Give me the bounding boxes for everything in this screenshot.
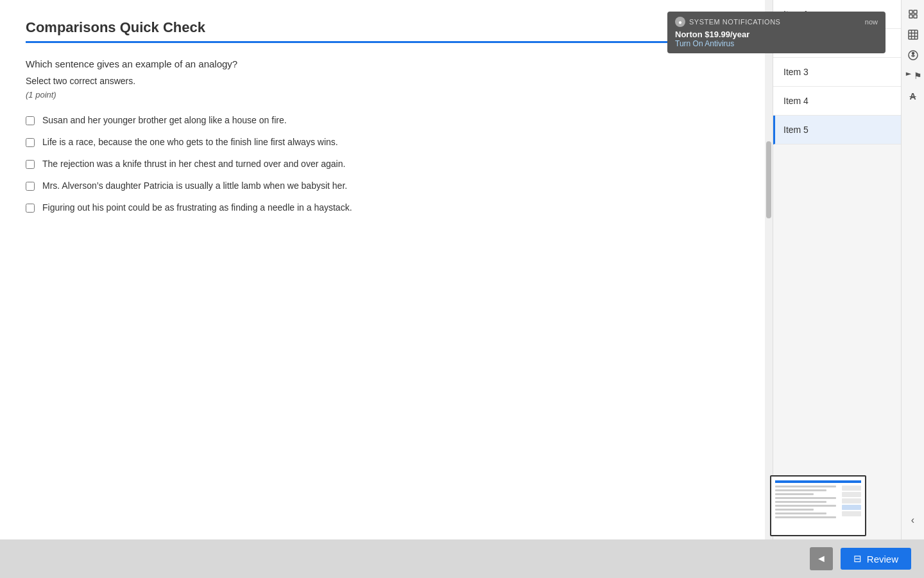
select-instruction: Select two correct answers. xyxy=(26,76,739,86)
bottom-bar: ◄ ⊟ Review xyxy=(0,539,924,578)
answer-option-3: The rejection was a knife thrust in her … xyxy=(26,159,739,169)
side-toolbar: ⚑ A ‹ xyxy=(901,0,924,539)
svg-rect-0 xyxy=(909,10,912,13)
main-content: Comparisons Quick Check Which sentence g… xyxy=(0,0,924,539)
checkbox-4[interactable] xyxy=(26,182,35,191)
item-row-3[interactable]: Item 3 xyxy=(773,58,901,87)
answer-option-4: Mrs. Alverson’s daughter Patricia is usu… xyxy=(26,180,739,191)
notification-icon: ● xyxy=(675,17,685,27)
answer-option-2: Life is a race, because the one who gets… xyxy=(26,137,739,147)
answer-label-4[interactable]: Mrs. Alverson’s daughter Patricia is usu… xyxy=(42,180,347,191)
flag-icon[interactable]: ⚑ xyxy=(904,67,922,85)
scroll-thumb[interactable] xyxy=(766,141,771,218)
answer-option-1: Susan and her younger brother get along … xyxy=(26,115,739,125)
review-button[interactable]: ⊟ Review xyxy=(841,548,911,570)
scroll-divider xyxy=(765,0,773,539)
checkbox-5[interactable] xyxy=(26,204,35,213)
collapse-panel-icon[interactable]: ‹ xyxy=(904,511,922,529)
quiz-area: Comparisons Quick Check Which sentence g… xyxy=(0,0,765,539)
svg-point-10 xyxy=(912,53,914,55)
quiz-title-underline xyxy=(26,41,739,43)
item-list: Item 1 Item 2 Item 3 Item 4 Item 5 xyxy=(773,0,901,539)
question-text: Which sentence gives an example of an an… xyxy=(26,58,739,69)
notification-bar: ● SYSTEM NOTIFICATIONS now Norton $19.99… xyxy=(667,12,886,53)
answer-label-3[interactable]: The rejection was a knife thrust in her … xyxy=(42,159,345,169)
answer-label-5[interactable]: Figuring out his point could be as frust… xyxy=(42,202,352,213)
item-panel: Item 1 Item 2 Item 3 Item 4 Item 5 xyxy=(773,0,901,539)
grid-icon[interactable] xyxy=(904,26,922,44)
review-icon: ⊟ xyxy=(853,553,862,565)
notification-action[interactable]: Turn On Antivirus xyxy=(675,39,878,48)
answer-label-2[interactable]: Life is a race, because the one who gets… xyxy=(42,137,338,147)
answer-option-5: Figuring out his point could be as frust… xyxy=(26,202,739,213)
checkbox-2[interactable] xyxy=(26,138,35,147)
notification-product: Norton $19.99/year xyxy=(675,30,878,39)
svg-rect-3 xyxy=(914,15,917,18)
svg-rect-1 xyxy=(914,10,917,13)
answer-label-1[interactable]: Susan and her younger brother get along … xyxy=(42,115,287,125)
svg-rect-2 xyxy=(909,15,912,18)
quiz-title: Comparisons Quick Check xyxy=(26,19,739,36)
expand-icon[interactable] xyxy=(904,5,922,23)
item-row-4[interactable]: Item 4 xyxy=(773,87,901,116)
review-label: Review xyxy=(867,554,898,565)
accessibility-icon[interactable] xyxy=(904,46,922,64)
thumb-title-line xyxy=(775,480,861,483)
notification-timestamp: now xyxy=(865,18,878,26)
svg-rect-4 xyxy=(909,30,918,39)
back-button[interactable]: ◄ xyxy=(810,547,833,570)
point-value: (1 point) xyxy=(26,90,739,100)
item-row-5[interactable]: Item 5 xyxy=(773,116,901,144)
notification-title: SYSTEM NOTIFICATIONS xyxy=(689,18,865,26)
checkbox-3[interactable] xyxy=(26,160,35,169)
checkbox-1[interactable] xyxy=(26,116,35,125)
strikethrough-icon[interactable]: A xyxy=(904,87,922,105)
preview-thumbnail xyxy=(770,475,866,536)
